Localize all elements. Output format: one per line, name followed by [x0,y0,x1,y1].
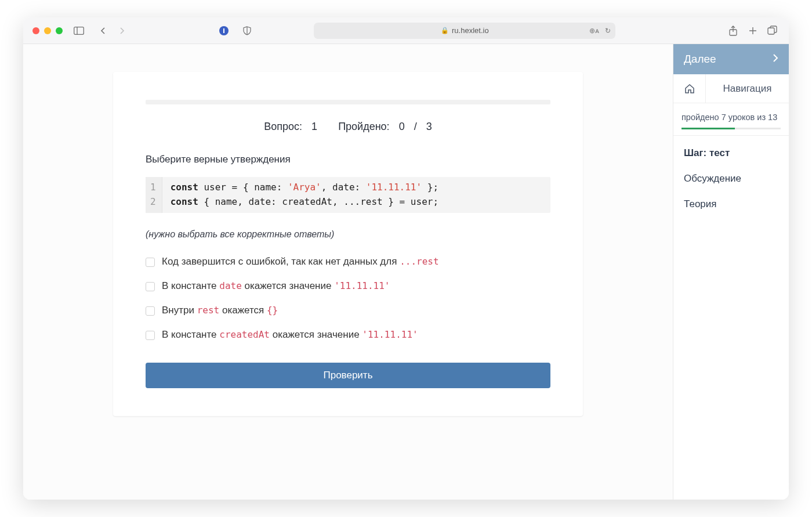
tabs-icon[interactable] [766,24,780,38]
next-label: Далее [684,53,716,66]
maximize-window[interactable] [56,27,63,34]
option-text: Код завершится с ошибкой, так как нет да… [162,256,439,267]
reload-icon[interactable]: ↻ [605,27,611,35]
next-button[interactable]: Далее [673,44,789,74]
question-number: 1 [311,121,317,132]
progress-text: пройдено 7 уроков из 13 [682,113,781,122]
option-1[interactable]: Код завершится с ошибкой, так как нет да… [146,256,550,267]
svg-rect-0 [74,27,84,34]
sidebar-link-theory[interactable]: Теория [673,191,789,217]
shield-icon[interactable] [240,24,254,38]
submit-button[interactable]: Проверить [146,363,550,388]
code-block: 12 const user = { name: 'Arya', date: '1… [146,177,550,213]
sidebar-links: Шаг: тест Обсуждение Теория [673,136,789,222]
question-label: Вопрос: [264,121,302,132]
code-gutter: 12 [146,177,162,213]
hint-text: (нужно выбрать все корректные ответы) [146,229,550,240]
share-icon[interactable] [726,24,740,38]
svg-rect-3 [223,28,224,33]
checkbox[interactable] [146,331,155,340]
code-body: const user = { name: 'Arya', date: '11.1… [162,177,447,213]
course-progress: пройдено 7 уроков из 13 [673,103,789,136]
forward-button[interactable] [115,24,129,38]
passed-count: 0 [399,121,405,132]
option-4[interactable]: В константе createdAt окажется значение … [146,329,550,341]
minimize-window[interactable] [44,27,51,34]
traffic-lights [32,27,63,34]
back-button[interactable] [96,24,110,38]
onepassword-icon[interactable] [217,24,231,38]
question-prompt: Выберите верные утверждения [146,154,550,165]
main-content: Вопрос:1 Пройдено:0/3 Выберите верные ут… [23,44,673,500]
passed-label: Пройдено: [338,121,389,132]
question-progress-bar [146,100,550,104]
question-meta: Вопрос:1 Пройдено:0/3 [146,121,550,133]
checkbox[interactable] [146,306,155,316]
checkbox[interactable] [146,282,155,291]
progress-bar [682,128,781,129]
option-text: В константе date окажется значение '11.1… [162,280,390,292]
titlebar: 🔒 ru.hexlet.io ⊕ᴀ ↻ [23,17,789,44]
svg-rect-7 [768,28,774,34]
chevron-right-icon [773,53,778,66]
checkbox[interactable] [146,258,155,267]
quiz-card: Вопрос:1 Пройдено:0/3 Выберите верные ут… [113,72,583,416]
option-2[interactable]: В константе date окажется значение '11.1… [146,280,550,292]
close-window[interactable] [32,27,39,34]
lock-icon: 🔒 [441,27,449,34]
sidebar-link-step[interactable]: Шаг: тест [673,140,789,166]
option-text: Внутри rest окажется {} [162,305,278,316]
option-3[interactable]: Внутри rest окажется {} [146,305,550,316]
address-bar[interactable]: 🔒 ru.hexlet.io ⊕ᴀ ↻ [314,23,615,39]
progress-fill [682,128,735,129]
option-text: В константе createdAt окажется значение … [162,329,418,341]
translate-icon[interactable]: ⊕ᴀ [589,27,599,35]
sidebar-toggle-icon[interactable] [72,24,86,38]
sidebar: Далее Навигация пройдено 7 уроков из 13 [673,44,789,500]
new-tab-icon[interactable] [746,24,760,38]
sidebar-link-discussion[interactable]: Обсуждение [673,166,789,191]
navigation-tab[interactable]: Навигация [706,74,789,103]
total-count: 3 [426,121,432,132]
url-text: ru.hexlet.io [452,26,489,35]
home-button[interactable] [673,74,706,103]
